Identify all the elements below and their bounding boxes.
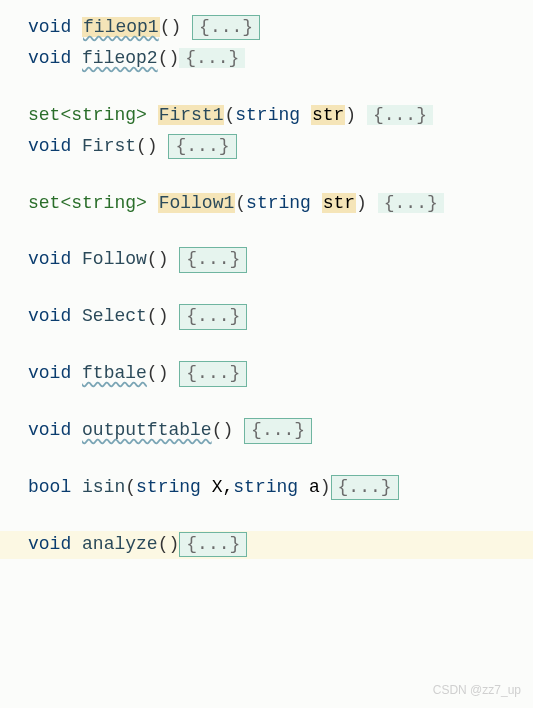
code-fold-icon[interactable]: {...} [179, 361, 247, 386]
param-type: string [233, 477, 298, 497]
paren-close: ) [320, 477, 331, 497]
paren-open: ( [212, 420, 223, 440]
param-type: string [235, 105, 300, 125]
return-type: void [28, 534, 71, 554]
paren-open: ( [158, 534, 169, 554]
code-line[interactable]: set<string> First1(string str) {...} [28, 102, 533, 130]
paren-open: ( [158, 48, 169, 68]
return-type: void [28, 306, 71, 326]
code-line[interactable]: void fileop2(){...} [28, 45, 533, 73]
paren-open: ( [160, 17, 171, 37]
code-fold-icon[interactable]: {...} [179, 247, 247, 272]
blank-line [28, 391, 533, 417]
blank-line [28, 164, 533, 190]
param-name: a [309, 477, 320, 497]
function-name: First1 [158, 105, 225, 125]
function-name: fileop1 [82, 17, 160, 37]
blank-line [28, 220, 533, 246]
param-name: X [212, 477, 223, 497]
paren-close: ) [147, 136, 158, 156]
param-type: string [246, 193, 311, 213]
paren-close: ) [356, 193, 367, 213]
code-line[interactable]: void fileop1() {...} [28, 14, 533, 42]
code-fold-icon[interactable]: {...} [331, 475, 399, 500]
code-line[interactable]: void outputftable() {...} [28, 417, 533, 445]
paren-open: ( [235, 193, 246, 213]
paren-close: ) [168, 534, 179, 554]
paren-open: ( [125, 477, 136, 497]
code-line[interactable]: void Follow() {...} [28, 246, 533, 274]
return-type: set<string> [28, 193, 147, 213]
function-name: Select [82, 306, 147, 326]
code-fold-icon[interactable]: {...} [367, 105, 433, 125]
code-fold-icon[interactable]: {...} [192, 15, 260, 40]
function-name: analyze [82, 534, 158, 554]
code-fold-icon[interactable]: {...} [179, 532, 247, 557]
function-name: Follow1 [158, 193, 236, 213]
watermark: CSDN @zz7_up [433, 681, 521, 700]
code-line[interactable]: void Select() {...} [28, 303, 533, 331]
function-name: outputftable [82, 420, 212, 440]
paren-close: ) [158, 306, 169, 326]
return-type: bool [28, 477, 71, 497]
code-line[interactable]: set<string> Follow1(string str) {...} [28, 190, 533, 218]
function-name: Follow [82, 249, 147, 269]
paren-close: ) [158, 249, 169, 269]
return-type: void [28, 420, 71, 440]
code-line[interactable]: bool isin(string X,string a){...} [28, 474, 533, 502]
blank-line [28, 277, 533, 303]
blank-line [28, 334, 533, 360]
paren-close: ) [222, 420, 233, 440]
function-name: isin [82, 477, 125, 497]
code-line[interactable]: void ftbale() {...} [28, 360, 533, 388]
paren-close: ) [170, 17, 181, 37]
code-fold-icon[interactable]: {...} [378, 193, 444, 213]
blank-line [28, 505, 533, 531]
paren-open: ( [224, 105, 235, 125]
paren-open: ( [136, 136, 147, 156]
paren-open: ( [147, 306, 158, 326]
function-name: First [82, 136, 136, 156]
blank-line [28, 76, 533, 102]
function-name: fileop2 [82, 48, 158, 68]
param-name: str [312, 105, 344, 125]
return-type: void [28, 48, 71, 68]
code-fold-icon[interactable]: {...} [168, 134, 236, 159]
blank-line [28, 448, 533, 474]
return-type: void [28, 136, 71, 156]
code-fold-icon[interactable]: {...} [244, 418, 312, 443]
paren-close: ) [345, 105, 356, 125]
code-line[interactable]: void First() {...} [28, 133, 533, 161]
paren-close: ) [168, 48, 179, 68]
paren-open: ( [147, 249, 158, 269]
return-type: void [28, 17, 71, 37]
param-type: string [136, 477, 201, 497]
return-type: set<string> [28, 105, 147, 125]
paren-open: ( [147, 363, 158, 383]
code-fold-icon[interactable]: {...} [179, 304, 247, 329]
code-editor: void fileop1() {...}void fileop2(){...}s… [28, 14, 533, 559]
param-name: str [323, 193, 355, 213]
code-fold-icon[interactable]: {...} [179, 48, 245, 68]
function-name: ftbale [82, 363, 147, 383]
return-type: void [28, 363, 71, 383]
return-type: void [28, 249, 71, 269]
paren-close: ) [158, 363, 169, 383]
code-line[interactable]: void analyze(){...} [0, 531, 533, 559]
